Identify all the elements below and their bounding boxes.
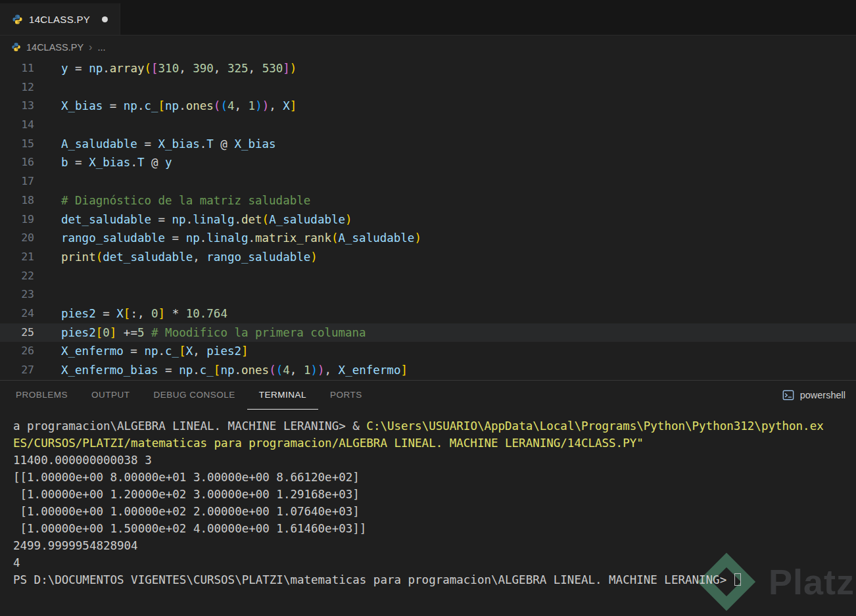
code-text: X_enfermo = np.c_[X, pies2]	[34, 342, 249, 361]
terminal-line: ES/CURSOS/PLATZI/matematicas para progra…	[13, 435, 856, 452]
terminal-line: a programacion\ALGEBRA LINEAL. MACHINE L…	[13, 417, 856, 435]
line-number[interactable]: 25	[0, 323, 34, 343]
editor-line[interactable]: 12	[0, 78, 856, 97]
terminal-output[interactable]: a programacion\ALGEBRA LINEAL. MACHINE L…	[0, 410, 856, 616]
python-icon	[11, 42, 21, 52]
terminal-line: [1.00000e+00 1.00000e+02 2.00000e+00 1.0…	[13, 503, 856, 520]
code-text: X_enfermo_bias = np.c_[np.ones((4, 1)), …	[34, 361, 408, 380]
panel-tab-ports[interactable]: PORTS	[318, 381, 374, 410]
panel-tab-debug-console[interactable]: DEBUG CONSOLE	[142, 381, 247, 410]
editor-tab-bar: 14CLASS.PY	[0, 0, 856, 36]
terminal-line: [1.00000e+00 1.20000e+02 3.00000e+00 1.2…	[13, 486, 856, 503]
terminal-line: 4	[13, 554, 856, 571]
panel-tabs: PROBLEMSOUTPUTDEBUG CONSOLETERMINALPORTS	[0, 381, 374, 410]
editor-line[interactable]: 24pies2 = X[:, 0] * 10.764	[0, 304, 856, 323]
code-text: b = X_bias.T @ y	[34, 153, 172, 172]
vscode-window: 14CLASS.PY 14CLASS.PY › ... 11y = np.arr…	[0, 0, 856, 616]
code-text	[34, 267, 61, 286]
editor-line[interactable]: 20rango_saludable = np.linalg.matrix_ran…	[0, 229, 856, 248]
code-text: y = np.array([310, 390, 325, 530])	[34, 59, 297, 78]
panel-tab-problems[interactable]: PROBLEMS	[4, 381, 80, 410]
line-number[interactable]: 24	[0, 304, 34, 323]
line-number[interactable]: 26	[0, 342, 34, 361]
code-text: det_saludable = np.linalg.det(A_saludabl…	[34, 210, 352, 229]
editor-line[interactable]: 19det_saludable = np.linalg.det(A_saluda…	[0, 210, 856, 229]
code-text	[34, 172, 61, 191]
editor-line[interactable]: 14	[0, 116, 856, 135]
editor-line[interactable]: 18# Diagnóstico de la matriz saludable	[0, 191, 856, 210]
code-text: X_bias = np.c_[np.ones((4, 1)), X]	[34, 97, 297, 116]
editor-line[interactable]: 27X_enfermo_bias = np.c_[np.ones((4, 1))…	[0, 361, 856, 380]
line-number[interactable]: 17	[0, 172, 34, 191]
bottom-panel: PROBLEMSOUTPUTDEBUG CONSOLETERMINALPORTS…	[0, 380, 856, 616]
line-number[interactable]: 14	[0, 116, 34, 135]
tab-title: 14CLASS.PY	[29, 14, 90, 25]
line-number[interactable]: 11	[0, 59, 34, 78]
editor-line[interactable]: 25pies2[0] +=5 # Moodifico la primera co…	[0, 323, 856, 343]
editor-line[interactable]: 21print(det_saludable, rango_saludable)	[0, 248, 856, 267]
editor-line[interactable]: 22	[0, 267, 856, 286]
modified-dot-icon[interactable]	[102, 16, 108, 22]
editor-line[interactable]: 17	[0, 172, 856, 191]
code-text: pies2 = X[:, 0] * 10.764	[34, 304, 227, 323]
line-number[interactable]: 19	[0, 210, 34, 229]
line-number[interactable]: 20	[0, 229, 34, 248]
breadcrumb: 14CLASS.PY › ...	[0, 36, 856, 59]
chevron-right-icon: ›	[89, 41, 92, 53]
line-number[interactable]: 13	[0, 97, 34, 116]
panel-tab-output[interactable]: OUTPUT	[80, 381, 142, 410]
line-number[interactable]: 23	[0, 285, 34, 304]
terminal-line: [[1.00000e+00 8.00000e+01 3.00000e+00 8.…	[13, 469, 856, 486]
code-text: pies2[0] +=5 # Moodifico la primera colu…	[34, 323, 366, 343]
panel-tab-terminal[interactable]: TERMINAL	[247, 381, 318, 410]
code-text	[34, 78, 61, 97]
code-text: rango_saludable = np.linalg.matrix_rank(…	[34, 229, 421, 248]
line-number[interactable]: 15	[0, 135, 34, 154]
panel-header: PROBLEMSOUTPUTDEBUG CONSOLETERMINALPORTS…	[0, 381, 856, 410]
python-icon	[12, 14, 23, 25]
code-text	[34, 285, 61, 304]
breadcrumb-ellipsis[interactable]: ...	[97, 42, 105, 53]
shell-label: powershell	[800, 390, 845, 400]
tab-14class-py[interactable]: 14CLASS.PY	[0, 3, 120, 35]
terminal-line: 2499.9999954828904	[13, 537, 856, 554]
line-number[interactable]: 16	[0, 153, 34, 172]
terminal-cursor	[734, 573, 741, 586]
line-number[interactable]: 22	[0, 267, 34, 286]
code-text: # Diagnóstico de la matriz saludable	[34, 191, 310, 210]
line-number[interactable]: 21	[0, 248, 34, 267]
editor-line[interactable]: 15A_saludable = X_bias.T @ X_bias	[0, 135, 856, 154]
terminal-icon	[782, 389, 794, 401]
code-text	[34, 116, 61, 135]
editor-line[interactable]: 16b = X_bias.T @ y	[0, 153, 856, 172]
editor-line[interactable]: 23	[0, 285, 856, 304]
terminal-line: 11400.000000000038 3	[13, 452, 856, 469]
editor-line[interactable]: 26X_enfermo = np.c_[X, pies2]	[0, 342, 856, 361]
line-number[interactable]: 18	[0, 191, 34, 210]
editor-line[interactable]: 13X_bias = np.c_[np.ones((4, 1)), X]	[0, 97, 856, 116]
code-text: print(det_saludable, rango_saludable)	[34, 248, 318, 267]
editor[interactable]: 11y = np.array([310, 390, 325, 530])1213…	[0, 59, 856, 380]
line-number[interactable]: 27	[0, 361, 34, 380]
terminal-line: [1.00000e+00 1.50000e+02 4.00000e+00 1.6…	[13, 520, 856, 537]
editor-line[interactable]: 11y = np.array([310, 390, 325, 530])	[0, 59, 856, 78]
breadcrumb-file[interactable]: 14CLASS.PY	[26, 42, 83, 53]
shell-selector[interactable]: powershell	[782, 389, 845, 401]
terminal-line: PS D:\DOCUMENTOS VIGENTES\CURSOS\PLATZI\…	[13, 571, 856, 588]
code-text: A_saludable = X_bias.T @ X_bias	[34, 135, 276, 154]
line-number[interactable]: 12	[0, 78, 34, 97]
